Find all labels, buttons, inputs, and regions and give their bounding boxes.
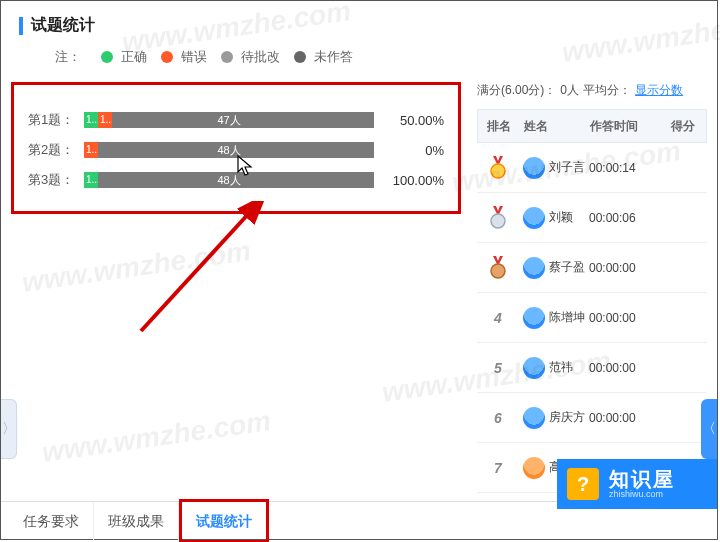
time-cell: 00:00:00 — [589, 361, 659, 375]
name-cell: 房庆方 — [519, 407, 589, 429]
medal-icon — [488, 256, 508, 280]
bar-count-label: 48人 — [217, 173, 240, 188]
time-cell: 00:00:14 — [589, 161, 659, 175]
head-name: 姓名 — [520, 118, 590, 135]
rank-number: 5 — [494, 360, 502, 376]
question-bar[interactable]: 1...1...47人 — [84, 112, 374, 128]
question-percent: 100.00% — [374, 173, 444, 188]
legend-label: 注： — [55, 48, 81, 66]
legend-unanswered: 未作答 — [314, 48, 353, 66]
legend-dot-pending — [221, 51, 233, 63]
student-name: 范祎 — [549, 359, 573, 376]
tab-question-stats[interactable]: 试题统计 — [182, 502, 266, 540]
logo-icon: ? — [567, 468, 599, 500]
avatar-icon — [523, 457, 545, 479]
site-logo-badge[interactable]: ? 知识屋 zhishiwu.com — [557, 459, 717, 509]
ranking-table-head: 排名 姓名 作答时间 得分 — [477, 109, 707, 143]
bar-count-label: 47人 — [217, 113, 240, 128]
question-bar[interactable]: 1...48人 — [84, 172, 374, 188]
bar-segment-correct: 1... — [84, 112, 98, 128]
svg-point-1 — [491, 214, 505, 228]
show-score-link[interactable]: 显示分数 — [635, 82, 683, 99]
legend: 注： 正确 错误 待批改 未作答 — [19, 48, 699, 66]
legend-wrong: 错误 — [181, 48, 207, 66]
rank-number: 7 — [494, 460, 502, 476]
question-label: 第2题： — [28, 141, 84, 159]
bar-segment-correct: 1... — [84, 172, 98, 188]
ranking-table-body: 刘子言00:00:14刘颖00:00:06蔡子盈00:00:004陈增坤00:0… — [477, 143, 707, 493]
tab-class-results[interactable]: 班级成果 — [94, 502, 179, 540]
logo-text: 知识屋 — [609, 468, 675, 490]
question-row: 第2题：1...48人0% — [28, 141, 444, 159]
logo-subtext: zhishiwu.com — [609, 490, 675, 500]
name-cell: 陈增坤 — [519, 307, 589, 329]
student-name: 刘子言 — [549, 159, 585, 176]
avatar-icon — [523, 157, 545, 179]
head-rank: 排名 — [478, 118, 520, 135]
name-cell: 范祎 — [519, 357, 589, 379]
avatar-icon — [523, 407, 545, 429]
legend-dot-unanswered — [294, 51, 306, 63]
ranking-row[interactable]: 5范祎00:00:00 — [477, 343, 707, 393]
avatar-icon — [523, 207, 545, 229]
head-score: 得分 — [660, 118, 706, 135]
student-name: 陈增坤 — [549, 309, 585, 326]
rank-cell: 4 — [477, 310, 519, 326]
question-label: 第3题： — [28, 171, 84, 189]
head-time: 作答时间 — [590, 118, 660, 135]
name-cell: 蔡子盈 — [519, 257, 589, 279]
question-bar[interactable]: 1...48人 — [84, 142, 374, 158]
bar-segment-wrong: 1... — [84, 142, 98, 158]
legend-correct: 正确 — [121, 48, 147, 66]
rank-cell — [477, 206, 519, 230]
student-name: 刘颖 — [549, 209, 573, 226]
svg-point-2 — [491, 264, 505, 278]
question-percent: 50.00% — [374, 113, 444, 128]
medal-icon — [488, 156, 508, 180]
ranking-row[interactable]: 刘颖00:00:06 — [477, 193, 707, 243]
question-stats-box: 第1题：1...1...47人50.00%第2题：1...48人0%第3题：1.… — [11, 82, 461, 214]
bar-count-label: 48人 — [217, 143, 240, 158]
ranking-row[interactable]: 刘子言00:00:14 — [477, 143, 707, 193]
svg-point-0 — [491, 164, 505, 178]
title-accent-bar — [19, 17, 23, 35]
title-text: 试题统计 — [31, 15, 95, 36]
time-cell: 00:00:00 — [589, 311, 659, 325]
time-cell: 00:00:00 — [589, 261, 659, 275]
rank-cell — [477, 156, 519, 180]
left-drawer-toggle[interactable]: 〉 — [1, 399, 17, 459]
legend-dot-wrong — [161, 51, 173, 63]
student-name: 蔡子盈 — [549, 259, 585, 276]
rank-number: 4 — [494, 310, 502, 326]
name-cell: 刘颖 — [519, 207, 589, 229]
rank-cell: 6 — [477, 410, 519, 426]
student-name: 房庆方 — [549, 409, 585, 426]
name-cell: 刘子言 — [519, 157, 589, 179]
legend-pending: 待批改 — [241, 48, 280, 66]
avatar-icon — [523, 357, 545, 379]
time-cell: 00:00:06 — [589, 211, 659, 225]
ranking-row[interactable]: 4陈增坤00:00:00 — [477, 293, 707, 343]
medal-icon — [488, 206, 508, 230]
time-cell: 00:00:00 — [589, 411, 659, 425]
summary-avg: 平均分： — [583, 82, 631, 99]
question-label: 第1题： — [28, 111, 84, 129]
right-drawer-toggle[interactable]: 〈 — [701, 399, 717, 459]
bar-segment-wrong: 1... — [98, 112, 112, 128]
avatar-icon — [523, 307, 545, 329]
summary-people: 0人 — [560, 82, 579, 99]
legend-dot-correct — [101, 51, 113, 63]
ranking-row[interactable]: 蔡子盈00:00:00 — [477, 243, 707, 293]
rank-cell: 5 — [477, 360, 519, 376]
score-summary: 满分(6.00分)： 0人 平均分： 显示分数 — [477, 82, 707, 99]
rank-number: 6 — [494, 410, 502, 426]
summary-full: 满分(6.00分)： — [477, 82, 556, 99]
question-row: 第1题：1...1...47人50.00% — [28, 111, 444, 129]
avatar-icon — [523, 257, 545, 279]
question-row: 第3题：1...48人100.00% — [28, 171, 444, 189]
tab-task-requirements[interactable]: 任务要求 — [9, 502, 94, 540]
question-percent: 0% — [374, 143, 444, 158]
ranking-row[interactable]: 6房庆方00:00:00 — [477, 393, 707, 443]
rank-cell: 7 — [477, 460, 519, 476]
page-title: 试题统计 — [19, 15, 699, 36]
